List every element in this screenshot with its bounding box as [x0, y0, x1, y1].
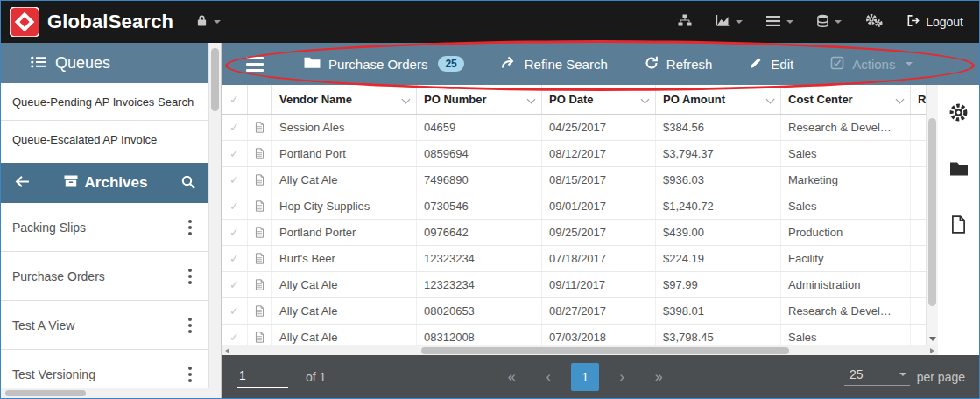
archive-item[interactable]: Purchase Orders — [1, 252, 209, 301]
settings-gears-button[interactable] — [865, 13, 883, 31]
document-icon[interactable] — [248, 115, 272, 140]
table-row[interactable]: ✓Ally Cat Ale0831200807/03/2018$3,798.45… — [222, 325, 938, 345]
queue-item[interactable]: Queue-Escalated AP Invoice — [1, 121, 209, 158]
cell-vendor-name[interactable]: Ally Cat Ale — [272, 325, 417, 345]
document-icon[interactable] — [248, 167, 272, 192]
sidebar-vertical-scrollbar[interactable] — [208, 43, 221, 398]
cell-po-number[interactable]: 0976642 — [417, 220, 542, 245]
document-icon[interactable] — [248, 325, 272, 345]
database-menu-button[interactable] — [817, 14, 842, 31]
column-header-vendor-name[interactable]: Vendor Name — [272, 85, 417, 114]
cell-cost-center[interactable]: Marketing — [781, 167, 911, 192]
document-icon[interactable] — [248, 298, 272, 324]
view-settings-gear-button[interactable] — [948, 103, 969, 124]
table-row[interactable]: ✓Ally Cat Ale1232323409/11/2017$97.99Adm… — [222, 272, 938, 298]
cell-cost-center[interactable]: Facility — [781, 246, 911, 271]
cell-vendor-name[interactable]: Session Ales — [272, 115, 417, 140]
document-icon[interactable] — [248, 246, 272, 271]
document-icon[interactable] — [248, 141, 272, 166]
cell-cost-center[interactable]: Sales — [781, 193, 911, 219]
row-select-check[interactable]: ✓ — [222, 246, 248, 271]
cell-cost-center[interactable]: Research & Devel… — [781, 115, 911, 140]
column-header-po-number[interactable]: PO Number — [417, 85, 542, 114]
refine-search-button[interactable]: Refine Search — [501, 56, 608, 72]
cell-po-amount[interactable]: $398.01 — [656, 298, 781, 324]
brand-home-link[interactable]: GlobalSearch — [1, 7, 173, 37]
chevron-down-icon[interactable] — [896, 95, 905, 104]
table-vertical-scrollbar[interactable] — [926, 85, 938, 345]
item-options-kebab-button[interactable] — [183, 215, 197, 240]
sidebar-horizontal-scrollbar[interactable] — [1, 388, 209, 398]
chevron-down-icon[interactable] — [527, 95, 536, 104]
cell-po-date[interactable]: 08/15/2017 — [542, 167, 656, 192]
cell-po-amount[interactable]: $936.03 — [656, 167, 781, 192]
edit-button[interactable]: Edit — [749, 56, 793, 73]
cell-po-date[interactable]: 08/12/2017 — [542, 141, 656, 166]
refresh-button[interactable]: Refresh — [645, 56, 713, 73]
first-page-button[interactable]: « — [497, 363, 525, 391]
item-options-kebab-button[interactable] — [183, 362, 197, 387]
archive-item[interactable]: Test A View — [1, 301, 209, 350]
cell-po-number[interactable]: 04659 — [417, 115, 542, 140]
table-row[interactable]: ✓Ally Cat Ale0802065308/27/2017$398.01Re… — [222, 298, 938, 325]
cell-vendor-name[interactable]: Hop City Supplies — [272, 193, 417, 219]
last-page-button[interactable]: » — [645, 363, 673, 391]
cell-po-number[interactable]: 7496890 — [417, 167, 542, 192]
cell-po-amount[interactable]: $224.19 — [656, 246, 781, 271]
actions-dropdown-button[interactable]: Actions — [830, 56, 913, 73]
scrollbar-thumb[interactable] — [928, 118, 936, 306]
archive-item[interactable]: Packing Slips — [1, 203, 209, 252]
lists-menu-button[interactable] — [766, 14, 793, 30]
column-header-po-date[interactable]: PO Date — [542, 85, 656, 114]
hamburger-menu-button[interactable] — [243, 53, 267, 75]
queues-header[interactable]: Queues — [1, 43, 209, 83]
document-icon[interactable] — [248, 220, 272, 245]
cell-vendor-name[interactable]: Portland Porter — [272, 220, 417, 245]
chevron-down-icon[interactable] — [402, 95, 411, 104]
table-row[interactable]: ✓Portland Porter097664209/25/2017$439.00… — [222, 220, 938, 246]
cell-po-amount[interactable]: $439.00 — [656, 220, 781, 245]
row-select-check[interactable]: ✓ — [222, 115, 248, 140]
cell-cost-center[interactable]: Sales — [781, 141, 911, 166]
cell-cost-center[interactable]: Administration — [781, 272, 911, 298]
cell-po-date[interactable]: 09/25/2017 — [542, 220, 656, 245]
column-header-po-amount[interactable]: PO Amount — [656, 85, 781, 114]
scroll-left-arrow[interactable] — [225, 348, 229, 354]
cell-po-date[interactable]: 08/27/2017 — [542, 298, 656, 324]
cell-po-number[interactable]: 0730546 — [417, 193, 542, 219]
next-page-button[interactable]: › — [608, 363, 636, 391]
table-row[interactable]: ✓Ally Cat Ale749689008/15/2017$936.03Mar… — [222, 167, 938, 193]
scroll-down-arrow[interactable] — [929, 337, 936, 341]
table-row[interactable]: ✓Hop City Supplies073054609/01/2017$1,24… — [222, 193, 938, 220]
column-header-cost-center[interactable]: Cost Center — [781, 85, 911, 114]
cell-po-number[interactable]: 12323234 — [417, 246, 542, 271]
queue-item[interactable]: Queue-Pending AP Invoices Search — [1, 83, 209, 121]
cell-po-amount[interactable]: $3,794.37 — [656, 141, 781, 166]
cell-vendor-name[interactable]: Ally Cat Ale — [272, 298, 417, 324]
logout-button[interactable]: Logout — [906, 14, 963, 30]
cell-po-number[interactable]: 08020653 — [417, 298, 542, 324]
cell-po-amount[interactable]: $384.56 — [656, 115, 781, 140]
cell-po-amount[interactable]: $1,240.72 — [656, 193, 781, 219]
row-select-check[interactable]: ✓ — [222, 325, 248, 345]
select-all-checkbox[interactable]: ✓ — [222, 85, 248, 114]
page-1-button[interactable]: 1 — [571, 363, 599, 391]
cell-vendor-name[interactable]: Burt's Beer — [272, 246, 417, 271]
cell-po-amount[interactable]: $97.99 — [656, 272, 781, 298]
cell-po-date[interactable]: 07/03/2018 — [542, 325, 656, 345]
cell-po-date[interactable]: 04/25/2017 — [542, 115, 656, 140]
workflow-button[interactable] — [678, 14, 692, 30]
cell-vendor-name[interactable]: Ally Cat Ale — [272, 167, 417, 192]
prev-page-button[interactable]: ‹ — [534, 363, 562, 391]
row-select-check[interactable]: ✓ — [222, 193, 248, 219]
document-view-button[interactable] — [951, 215, 966, 236]
archive-folder-button[interactable] — [949, 159, 969, 180]
scrollbar-thumb[interactable] — [421, 347, 789, 354]
cell-vendor-name[interactable]: Portland Port — [272, 141, 417, 166]
cell-cost-center[interactable]: Production — [781, 220, 911, 245]
cell-po-number[interactable]: 12323234 — [417, 272, 542, 298]
chevron-down-icon[interactable] — [641, 95, 650, 104]
row-select-check[interactable]: ✓ — [222, 141, 248, 166]
scroll-right-arrow[interactable] — [930, 348, 934, 354]
back-arrow-button[interactable] — [15, 175, 30, 191]
